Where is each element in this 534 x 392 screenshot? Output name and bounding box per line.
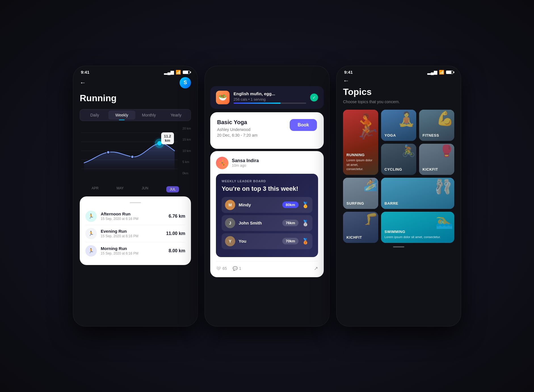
topic-label-surfing: SURFING <box>346 201 375 205</box>
lb-name-2: John Smith <box>239 221 279 225</box>
topic-card-barre[interactable]: 🩰 BARRE <box>381 178 454 209</box>
social-username: Sansa Indira <box>232 158 259 163</box>
signal-icon: ▂▄▆ <box>164 70 174 75</box>
food-info: English mufin, egg... 256 cals • 1 servi… <box>234 91 306 104</box>
food-icon: 🥗 <box>216 91 230 104</box>
status-bar-right: 9:41 ▂▄▆ 📶 <box>336 66 461 77</box>
topic-card-swimming[interactable]: 🏊 SWIMMING Lorem ipsum dolor sit amet, c… <box>381 212 454 243</box>
topic-label-barre: BARRE <box>384 201 451 205</box>
run-date: 15 Sep, 2020 at 6:16 PM <box>101 234 162 238</box>
book-button[interactable]: Book <box>290 119 317 131</box>
social-user-info: Sansa Indira 10m ago <box>232 158 259 168</box>
comments-action[interactable]: 💬 1 <box>233 266 241 271</box>
run-icon-morning: 🏃 <box>85 245 97 257</box>
food-card: 🥗 English mufin, egg... 256 cals • 1 ser… <box>210 86 324 109</box>
run-name: Afternoon Run <box>101 211 165 216</box>
heart-icon: 🤍 <box>216 266 221 271</box>
yoga-time: 20 Dec, 6:30 - 7:20 am <box>217 133 257 137</box>
status-bar-left: 9:41 ▂▄▆ 📶 <box>73 66 198 77</box>
chart-x-labels: APR MAY JUN JUL <box>80 186 191 192</box>
svg-point-6 <box>131 155 134 158</box>
topic-label-cycling: CYCLING <box>384 167 413 171</box>
yoga-title: Basic Yoga <box>217 119 257 126</box>
run-icon-evening: 🏃 <box>85 228 97 239</box>
chart-tooltip: 11.2 km <box>161 132 174 144</box>
tab-yearly[interactable]: Yearly <box>163 111 190 120</box>
app-logo: S <box>180 77 191 88</box>
run-item-evening[interactable]: 🏃 Evening Run 15 Sep, 2020 at 6:16 PM 11… <box>85 225 185 242</box>
topic-card-surfing[interactable]: 🏄 SURFING <box>343 178 378 209</box>
signal-icon-right: ▂▄▆ <box>427 70 437 75</box>
tab-daily[interactable]: Daily <box>81 111 108 120</box>
lb-km-3: 70km <box>282 238 298 244</box>
run-info-morning: Morning Run 15 Sep, 2020 at 6:16 PM <box>101 246 165 255</box>
lb-avatar-3: Y <box>225 236 235 246</box>
share-button[interactable]: ↗ <box>314 265 318 272</box>
lb-km-2: 76km <box>282 220 298 226</box>
lb-km-1: 80km <box>282 202 298 208</box>
topics-subtitle: Choose topics that you concern. <box>343 99 454 104</box>
comments-count: 1 <box>239 266 241 271</box>
scroll-indicator <box>393 246 404 247</box>
food-progress-fill <box>234 103 281 104</box>
status-icons-left: ▂▄▆ 📶 <box>164 70 190 75</box>
run-name: Morning Run <box>101 246 165 251</box>
page-title-running: Running <box>80 93 191 103</box>
drag-handle <box>130 202 141 203</box>
food-check-icon: ✓ <box>310 94 318 101</box>
social-avatar: 🤸 <box>216 157 228 169</box>
lb-title: You're on top 3 this week! <box>222 185 312 192</box>
comment-icon: 💬 <box>233 266 237 271</box>
wifi-icon-right: 📶 <box>439 70 444 75</box>
social-header: 🤸 Sansa Indira 10m ago <box>216 157 318 169</box>
food-name: English mufin, egg... <box>234 91 306 96</box>
topic-card-fitness[interactable]: 💪 FITNESS <box>419 110 454 141</box>
x-label-may: MAY <box>117 186 124 192</box>
run-list-card: 🏃 Afternoon Run 15 Sep, 2020 at 6:16 PM … <box>80 196 191 265</box>
topic-label-kichfit: KICHFIT <box>346 235 375 240</box>
topic-card-kichfit[interactable]: 🦵 KICHFIT <box>343 212 378 243</box>
lb-item-3: Y You 70km 🥉 <box>222 233 312 249</box>
yoga-card: Basic Yoga Ashley Underwood 20 Dec, 6:30… <box>210 112 324 149</box>
topic-label-fitness: FITNESS <box>422 133 451 137</box>
topic-card-running[interactable]: 🏃 🏃 RUNNING Lorem ipsum dolor sit amet, … <box>343 110 378 175</box>
likes-action[interactable]: 🤍 65 <box>216 266 227 271</box>
chart-svg <box>80 127 191 175</box>
running-phone: 9:41 ▂▄▆ 📶 ← S Running Daily Weekly Mont… <box>73 66 198 327</box>
lb-avatar-2: J <box>225 218 235 228</box>
lb-label: WEEKLY LEADER BOARD <box>222 179 312 183</box>
run-info-afternoon: Afternoon Run 15 Sep, 2020 at 6:16 PM <box>101 211 165 221</box>
x-label-jun: JUN <box>142 186 148 192</box>
topics-title: Topics <box>343 87 454 97</box>
run-item-afternoon[interactable]: 🏃 Afternoon Run 15 Sep, 2020 at 6:16 PM … <box>85 208 185 225</box>
lb-name-1: Mindy <box>239 202 279 207</box>
lb-item-2: J John Smith 76km 🥈 <box>222 215 312 231</box>
likes-count: 65 <box>222 266 227 271</box>
run-distance: 6.76 km <box>169 214 185 219</box>
lb-name-3: You <box>239 239 279 243</box>
back-header: ← S <box>80 77 191 88</box>
topic-label-yoga: YOGA <box>384 133 413 137</box>
yoga-instructor: Ashley Underwood <box>217 127 257 132</box>
time-left: 9:41 <box>81 70 89 75</box>
topic-label-kickfit: KICKFIT <box>422 167 451 171</box>
center-phone: 🥗 English mufin, egg... 256 cals • 1 ser… <box>205 66 329 327</box>
topics-grid: 🏃 🏃 RUNNING Lorem ipsum dolor sit amet, … <box>343 110 454 243</box>
topic-desc-swimming: Lorem ipsum dolor sit amet, consectetur. <box>384 235 451 239</box>
run-info-evening: Evening Run 15 Sep, 2020 at 6:16 PM <box>101 229 162 238</box>
back-button[interactable]: ← <box>80 79 86 86</box>
topic-card-cycling[interactable]: 🚴 CYCLING <box>381 144 416 175</box>
battery-icon-right <box>446 71 453 74</box>
x-label-jul[interactable]: JUL <box>166 186 179 192</box>
run-date: 15 Sep, 2020 at 6:16 PM <box>101 251 165 255</box>
run-item-morning[interactable]: 🏃 Morning Run 15 Sep, 2020 at 6:16 PM 8.… <box>85 242 185 259</box>
x-label-apr: APR <box>92 186 99 192</box>
topic-card-kickfit[interactable]: 🥊 KICKFIT <box>419 144 454 175</box>
tab-monthly[interactable]: Monthly <box>135 111 163 120</box>
run-icon-afternoon: 🏃 <box>85 211 97 222</box>
topic-card-yoga[interactable]: 🧘 YOGA <box>381 110 416 141</box>
back-button-right[interactable]: ← <box>343 77 349 84</box>
topic-label-swimming: SWIMMING <box>384 230 451 234</box>
food-progress-bar <box>234 103 306 104</box>
tab-weekly[interactable]: Weekly <box>108 111 136 120</box>
